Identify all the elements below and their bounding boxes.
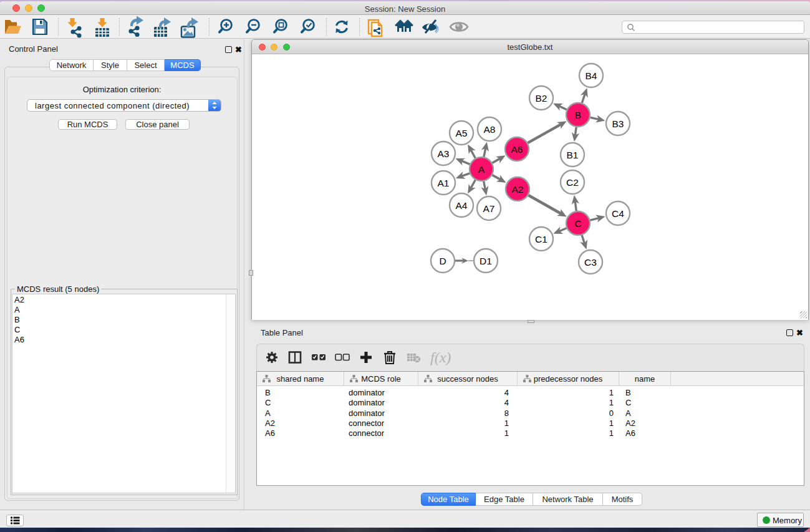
svg-text:B: B [575,110,581,120]
svg-text:A8: A8 [484,124,496,135]
svg-text:D1: D1 [480,256,492,266]
svg-text:A4: A4 [456,200,468,211]
svg-text:C4: C4 [612,208,624,219]
svg-text:f(x): f(x) [430,349,451,365]
svg-text:A3: A3 [438,148,450,159]
svg-text:C3: C3 [584,257,597,268]
svg-text:C1: C1 [535,234,547,244]
svg-text:A: A [478,164,485,175]
svg-text:A7: A7 [483,203,495,214]
svg-text:B3: B3 [612,118,624,129]
svg-text:A5: A5 [456,128,468,138]
svg-text:B1: B1 [567,150,579,160]
svg-text:A2: A2 [512,184,524,195]
svg-text:B2: B2 [536,93,547,104]
svg-text:A6: A6 [511,144,523,155]
svg-text:B4: B4 [586,70,597,81]
svg-text:C2: C2 [566,177,579,188]
svg-text:A1: A1 [438,178,450,188]
svg-text:C: C [574,218,581,229]
svg-text:D: D [439,256,446,266]
